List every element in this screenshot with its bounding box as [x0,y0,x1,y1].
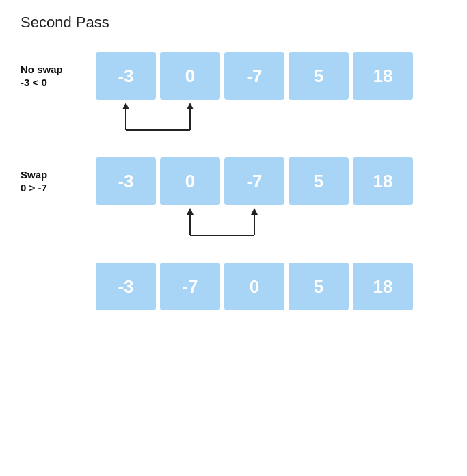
array-row3: -3 -7 0 5 18 [96,263,413,310]
gap1 [21,144,446,157]
cell-r3-0: -3 [96,263,156,310]
section-row2: Swap 0 > -7 -3 0 -7 5 18 [21,157,446,242]
cell-r3-1: -7 [160,263,220,310]
section-row3: -3 -7 0 5 18 [21,263,446,310]
cell-r1-2: -7 [224,52,284,100]
cell-r3-2: 0 [224,263,284,310]
svg-marker-3 [122,103,129,109]
gap2 [21,249,446,263]
cell-r3-3: 5 [289,263,349,310]
page-title: Second Pass [21,14,446,31]
cell-r1-0: -3 [96,52,156,100]
cell-r3-4: 18 [353,263,413,310]
cell-r2-0: -3 [96,157,156,205]
cell-r2-1: 0 [160,157,220,205]
array-row1-group: No swap -3 < 0 -3 0 -7 5 18 [21,52,446,100]
array-row2: -3 0 -7 5 18 [96,157,413,205]
svg-marker-8 [187,208,194,215]
arrow-svg-row2 [96,205,301,242]
cell-r1-4: 18 [353,52,413,100]
array-row1: -3 0 -7 5 18 [96,52,413,100]
section-row1: No swap -3 < 0 -3 0 -7 5 18 [21,52,446,137]
svg-marker-4 [187,103,194,109]
array-row2-group: Swap 0 > -7 -3 0 -7 5 18 [21,157,446,205]
array-row3-group: -3 -7 0 5 18 [21,263,446,310]
page: Second Pass No swap -3 < 0 -3 0 -7 5 18 [0,0,467,331]
cell-r2-3: 5 [289,157,349,205]
cell-r1-3: 5 [289,52,349,100]
cell-r2-2: -7 [224,157,284,205]
label-row2: Swap 0 > -7 [21,168,96,195]
cell-r1-1: 0 [160,52,220,100]
arrow-svg-row1 [96,100,239,137]
arrow-row2 [96,205,446,242]
arrow-row1 [96,100,446,137]
cell-r2-4: 18 [353,157,413,205]
svg-marker-9 [251,208,258,215]
label-row1: No swap -3 < 0 [21,63,96,90]
